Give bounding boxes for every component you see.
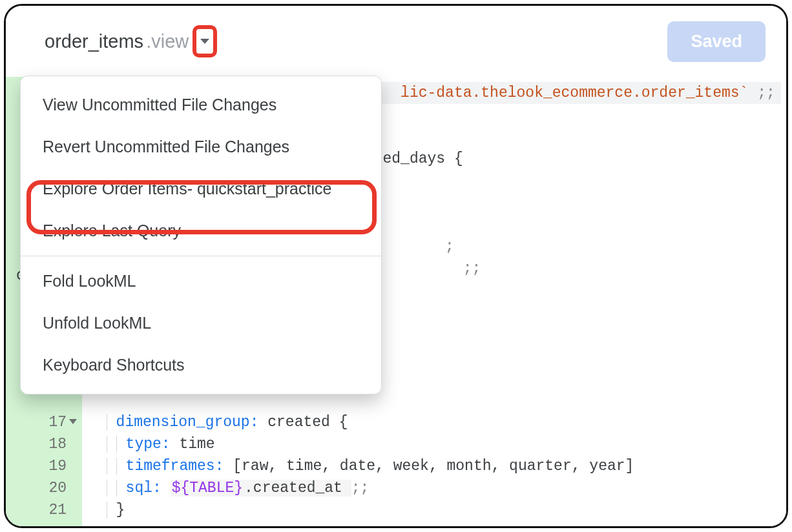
- code-id: ed_days: [382, 150, 453, 167]
- menu-item-explore-last-query[interactable]: Explore Last Query: [21, 210, 381, 252]
- code-id: time: [171, 436, 215, 453]
- menu-item-fold-lookml[interactable]: Fold LookML: [21, 260, 381, 302]
- code-id: [raw, time, date, week, month, quarter, …: [224, 458, 634, 475]
- code-brace: {: [339, 414, 348, 431]
- code-line[interactable]: }: [89, 499, 781, 521]
- menu-item-view-uncommitted[interactable]: View Uncommitted File Changes: [21, 84, 381, 126]
- line-number: 19: [6, 455, 78, 477]
- line-number: 18: [6, 433, 78, 455]
- file-context-menu: View Uncommitted File Changes Revert Unc…: [20, 76, 382, 394]
- menu-item-keyboard-shortcuts[interactable]: Keyboard Shortcuts: [21, 344, 381, 386]
- code-punct: ;;: [454, 260, 481, 277]
- menu-divider: [21, 256, 381, 256]
- menu-item-unfold-lookml[interactable]: Unfold LookML: [21, 302, 381, 344]
- code-punct: ;: [445, 238, 454, 255]
- code-keyword: sql:: [126, 480, 162, 496]
- code-brace: }: [116, 502, 125, 518]
- code-string: lic-data.thelook_ecommerce.order_items`: [401, 85, 748, 101]
- line-number: 21: [6, 499, 78, 521]
- file-extension: .view: [146, 31, 189, 52]
- file-header: order_items.view Saved: [6, 6, 786, 77]
- file-basename: order_items: [45, 31, 143, 52]
- code-line[interactable]: sql: ${TABLE}.created_at ;;: [89, 477, 781, 499]
- code-id: .created_at: [244, 480, 351, 496]
- code-line[interactable]: type: time: [89, 433, 781, 455]
- code-variable: ${TABLE}: [171, 480, 244, 496]
- line-number: 20: [6, 477, 78, 499]
- line-number[interactable]: 17: [6, 411, 78, 433]
- file-menu-dropdown-button[interactable]: [193, 25, 217, 57]
- code-line[interactable]: dimension_group: created {: [89, 411, 781, 433]
- code-punct: ;;: [748, 85, 775, 101]
- code-line[interactable]: timeframes: [raw, time, date, week, mont…: [89, 455, 781, 477]
- code-keyword: type:: [126, 436, 171, 453]
- code-brace: {: [454, 150, 463, 167]
- menu-item-revert-uncommitted[interactable]: Revert Uncommitted File Changes: [21, 126, 381, 168]
- code-keyword: timeframes:: [126, 458, 224, 475]
- caret-down-icon: [200, 37, 210, 45]
- code-punct: ;;: [351, 480, 370, 496]
- code-id: created: [258, 414, 339, 431]
- code-keyword: dimension_group:: [116, 414, 259, 431]
- file-name: order_items.view: [45, 25, 217, 57]
- app-window: order_items.view Saved 17 18 19: [4, 4, 788, 528]
- saved-button[interactable]: Saved: [667, 21, 766, 62]
- menu-item-explore-order-items[interactable]: Explore Order Items- quickstart_practice: [21, 168, 381, 210]
